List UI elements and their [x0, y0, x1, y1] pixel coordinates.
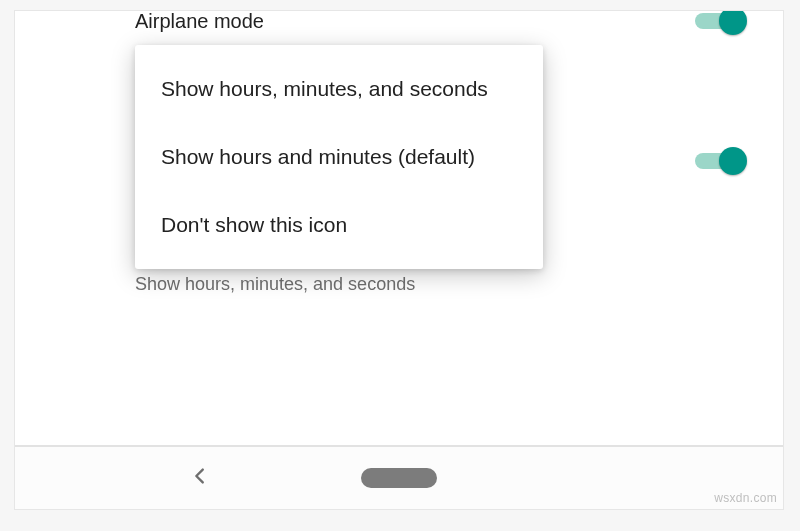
setting-subtitle: Show hours, minutes, and seconds — [135, 274, 415, 295]
android-nav-bar — [15, 445, 783, 509]
setting-row-airplane[interactable]: Airplane mode — [15, 10, 783, 43]
screen: Airplane mode Time Show hours, minutes, — [14, 10, 784, 510]
toggle-thumb — [719, 147, 747, 175]
menu-option-hms[interactable]: Show hours, minutes, and seconds — [135, 55, 543, 123]
back-icon[interactable] — [189, 465, 211, 491]
toggle-thumb — [719, 10, 747, 35]
setting-title: Airplane mode — [135, 10, 264, 33]
menu-option-hm-default[interactable]: Show hours and minutes (default) — [135, 123, 543, 191]
toggle-airplane[interactable] — [693, 10, 743, 33]
watermark: wsxdn.com — [714, 491, 777, 505]
popup-menu: Show hours, minutes, and seconds Show ho… — [135, 45, 543, 269]
menu-option-dont-show[interactable]: Don't show this icon — [135, 191, 543, 259]
home-pill-icon[interactable] — [361, 468, 437, 488]
toggle-middle[interactable] — [693, 149, 743, 173]
